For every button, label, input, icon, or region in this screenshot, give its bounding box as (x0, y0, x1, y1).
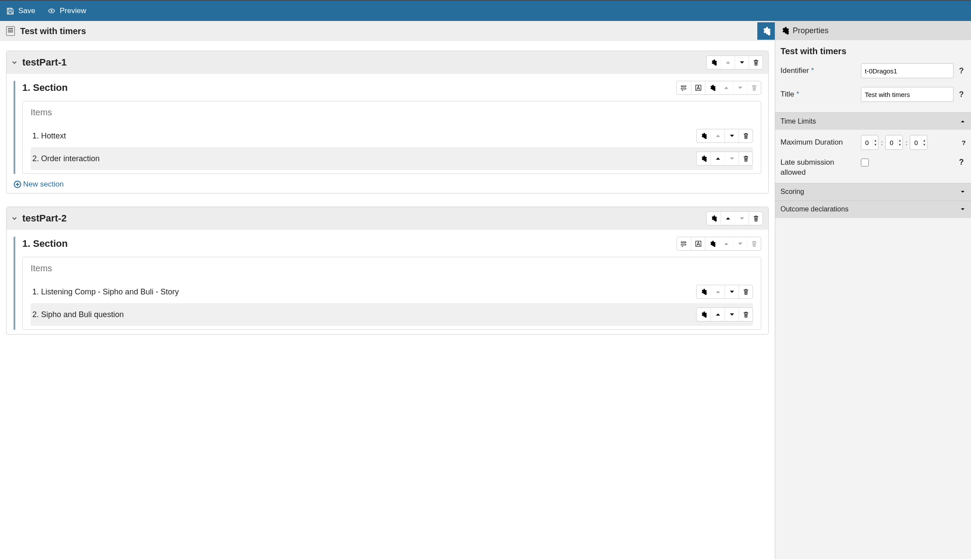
hours-spinner[interactable]: ▴▾ (861, 135, 878, 150)
testpart: testPart-1 (6, 51, 769, 194)
testpart-body: 1. Section (7, 74, 768, 193)
item-settings-button[interactable] (697, 129, 711, 142)
seconds-input[interactable] (910, 139, 922, 146)
gear-icon (780, 26, 789, 35)
delete-button[interactable] (739, 129, 753, 142)
chevron-down-icon (739, 215, 746, 222)
outcome-header[interactable]: Outcome declarations (775, 200, 971, 218)
rubric-button[interactable] (677, 237, 691, 250)
max-duration-row: Maximum Duration ▴▾ : ▴▾ : ▴▾ (780, 135, 966, 150)
section-title: 1. Section (22, 238, 68, 249)
item-row[interactable]: 1. Hottext (31, 124, 753, 147)
time-limits-header[interactable]: Time Limits (775, 112, 971, 130)
save-label: Save (18, 7, 35, 15)
item-settings-button[interactable] (697, 285, 711, 298)
item-row[interactable]: 1. Listening Comp - Sipho and Buli - Sto… (31, 280, 753, 303)
rubric-button[interactable] (677, 81, 691, 94)
section-settings-button[interactable] (705, 81, 719, 94)
items-box: Items 1. Listening Comp - Sipho and Buli… (22, 257, 761, 330)
move-down-button[interactable] (735, 56, 749, 69)
gear-icon (700, 311, 707, 318)
text-icon (695, 84, 702, 91)
trash-icon (753, 59, 759, 66)
move-up-button (711, 285, 725, 298)
move-up-button[interactable] (721, 212, 735, 225)
seconds-spinner[interactable]: ▴▾ (910, 135, 927, 150)
testpart-actions (706, 55, 763, 69)
identifier-input[interactable] (861, 63, 954, 78)
testpart-header: testPart-2 (7, 207, 768, 230)
section-actions (676, 81, 761, 95)
chevron-down-icon (960, 206, 966, 212)
text-button[interactable] (691, 81, 705, 94)
properties-body: Test with timers Identifier * ? Title * … (775, 40, 971, 112)
testpart-header: testPart-1 (7, 51, 768, 74)
title-label: Title * (780, 90, 857, 99)
collapse-toggle[interactable] (10, 214, 19, 223)
item-settings-button[interactable] (697, 152, 711, 165)
chevron-up-icon (714, 288, 721, 295)
section-title: 1. Section (22, 82, 68, 93)
chevron-down-icon (737, 84, 744, 91)
item-settings-button[interactable] (697, 308, 711, 321)
late-submission-checkbox[interactable] (861, 159, 869, 166)
chevron-down-icon[interactable]: ▾ (923, 142, 926, 147)
delete-button[interactable] (749, 56, 763, 69)
trash-icon (751, 84, 758, 91)
chevron-down-icon[interactable]: ▾ (874, 142, 877, 147)
text-button[interactable] (691, 237, 705, 250)
chevron-up-icon[interactable]: ▴ (874, 138, 877, 142)
chevron-up-icon[interactable]: ▴ (923, 138, 926, 142)
new-section-button[interactable]: New section (14, 180, 761, 189)
collapse-toggle[interactable] (10, 58, 19, 67)
identifier-label: Identifier * (780, 66, 857, 75)
trash-icon (753, 215, 759, 222)
gear-icon (710, 59, 717, 66)
move-down-button[interactable] (725, 285, 739, 298)
hours-input[interactable] (861, 139, 873, 146)
time-limits-label: Time Limits (780, 118, 816, 125)
testpart-name: testPart-2 (22, 213, 66, 224)
move-up-button[interactable] (711, 152, 725, 165)
gear-icon (710, 215, 717, 222)
move-up-button (721, 56, 735, 69)
testpart-actions (706, 211, 763, 225)
chevron-up-icon (723, 240, 730, 247)
delete-button[interactable] (739, 285, 753, 298)
test-properties-button[interactable] (757, 22, 775, 40)
help-button[interactable]: ? (957, 90, 966, 99)
move-down-button[interactable] (725, 129, 739, 142)
section-settings-button[interactable] (705, 237, 719, 250)
gear-icon (709, 240, 716, 247)
save-button[interactable]: Save (6, 7, 35, 15)
chevron-up-icon (714, 311, 721, 318)
testpart-settings-button[interactable] (707, 56, 721, 69)
item-actions (696, 129, 753, 143)
minutes-spinner[interactable]: ▴▾ (885, 135, 903, 150)
move-up-button[interactable] (711, 308, 725, 321)
delete-button[interactable] (739, 152, 753, 165)
help-button[interactable]: ? (957, 158, 966, 167)
help-button[interactable]: ? (962, 139, 966, 146)
move-up-button (719, 81, 733, 94)
testpart-name: testPart-1 (22, 57, 66, 68)
move-down-button[interactable] (725, 308, 739, 321)
title-input[interactable] (861, 87, 954, 102)
delete-button[interactable] (749, 212, 763, 225)
chevron-up-icon[interactable]: ▴ (899, 138, 901, 142)
required-indicator: * (811, 66, 814, 75)
item-label: 2. Order interaction (31, 154, 100, 163)
help-button[interactable]: ? (957, 66, 966, 76)
testpart-settings-button[interactable] (707, 212, 721, 225)
move-up-button (719, 237, 733, 250)
minutes-input[interactable] (886, 139, 897, 146)
chevron-up-icon (725, 215, 732, 222)
chevron-up-icon (714, 155, 721, 162)
preview-button[interactable]: Preview (48, 7, 86, 15)
chevron-down-icon[interactable]: ▾ (899, 142, 901, 147)
item-row[interactable]: 2. Sipho and Buli question (31, 303, 753, 326)
item-row[interactable]: 2. Order interaction (31, 147, 753, 170)
main-layout: Test with timers testPart-1 (0, 21, 971, 559)
scoring-header[interactable]: Scoring (775, 183, 971, 200)
delete-button[interactable] (739, 308, 753, 321)
